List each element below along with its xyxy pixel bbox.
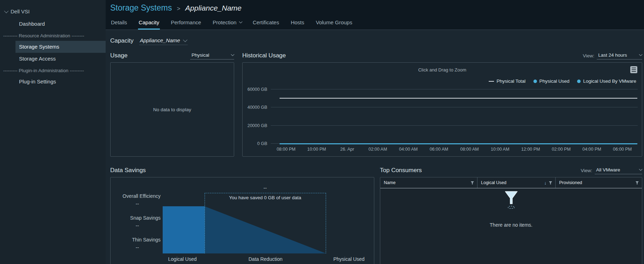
chevron-down-icon <box>239 20 242 23</box>
x-axis-tick-label: 10:00 PM <box>301 147 332 152</box>
gridline <box>271 125 638 126</box>
historical-view-value: Last 24 hours <box>598 52 627 58</box>
tab-capacity[interactable]: Capacity <box>138 17 160 30</box>
legend-logical-used-by-vmware[interactable]: Logical Used By VMware <box>577 78 636 84</box>
consumers-view-select[interactable]: All VMware <box>595 166 642 174</box>
app-root: Dell VSI Dashboard --------- Resource Ad… <box>0 0 644 264</box>
y-axis-tick-label: 0 GB <box>246 141 267 146</box>
breadcrumb-appliance-name: Appliance_Name <box>185 4 242 12</box>
legend-line-marker <box>489 81 494 82</box>
tab-volume-groups[interactable]: Volume Groups <box>315 17 353 30</box>
savings-highlight-text: You have saved 0 GB of user data <box>229 195 301 200</box>
tab-protection[interactable]: Protection <box>212 17 242 30</box>
legend-label: Logical Used By VMware <box>583 78 636 84</box>
usage-mode-select[interactable]: Physical <box>190 52 234 59</box>
chart-menu-icon[interactable] <box>630 66 637 73</box>
chevron-down-icon <box>4 9 9 13</box>
tab-capacity-label: Capacity <box>139 19 159 25</box>
breadcrumb-separator: > <box>177 5 180 12</box>
x-axis-tick-label: 06:00 PM <box>607 147 638 152</box>
tab-bar: Details Capacity Performance Protection … <box>110 17 644 30</box>
series-line-logical-used-by-vmware <box>280 143 637 144</box>
data-reduction-bracket <box>205 193 326 253</box>
sidebar-item-plugin-settings[interactable]: Plug-in Settings <box>0 76 106 88</box>
historical-usage-chart[interactable]: Click and Drag to Zoom Physical TotalPhy… <box>242 62 642 157</box>
savings-funnel-rect <box>163 206 205 253</box>
tab-details-label: Details <box>111 19 127 25</box>
column-provisioned-label: Provisioned <box>559 180 582 185</box>
funnel-empty-icon <box>503 190 519 210</box>
sidebar-item-dashboard[interactable]: Dashboard <box>0 18 106 30</box>
column-header-logical-used[interactable]: Logical Used ↓ <box>477 177 556 188</box>
legend-physical-total[interactable]: Physical Total <box>489 78 525 84</box>
filter-icon[interactable] <box>470 181 474 185</box>
legend-label: Physical Used <box>539 78 570 84</box>
x-axis-tick-label: 26. Apr <box>332 147 363 152</box>
tab-content: Capacity Appliance_Name Usage Physical <box>106 30 644 264</box>
sort-descending-icon[interactable]: ↓ <box>544 181 547 185</box>
historical-view-select[interactable]: Last 24 hours <box>597 52 642 59</box>
savings-label-physical-used: Physical Used <box>333 256 365 262</box>
sidebar-root-dell-vsi[interactable]: Dell VSI <box>0 0 106 18</box>
data-savings-title: Data Savings <box>110 167 146 174</box>
filter-icon[interactable] <box>549 181 552 185</box>
data-savings-panel: Overall Efficiency -- Snap Savings -- Th… <box>110 177 374 264</box>
usage-empty-text: No data to display <box>153 107 191 112</box>
column-header-name[interactable]: Name <box>380 177 477 188</box>
gridline <box>271 107 638 107</box>
y-axis-tick-label: 20000 GB <box>246 123 267 128</box>
tab-hosts-label: Hosts <box>291 19 304 25</box>
chart-zoom-hint: Click and Drag to Zoom <box>243 67 642 73</box>
series-line-physical-total <box>280 98 637 99</box>
tab-certificates[interactable]: Certificates <box>252 17 280 30</box>
legend-dot-marker <box>577 80 581 83</box>
column-header-provisioned[interactable]: Provisioned <box>556 177 642 188</box>
x-axis-tick-label: 06:00 AM <box>424 147 454 152</box>
sidebar: Dell VSI Dashboard --------- Resource Ad… <box>0 0 106 264</box>
historical-usage-title: Historical Usage <box>242 52 286 59</box>
chart-plot-area[interactable]: 0 GB20000 GB40000 GB60000 GB <box>246 87 638 144</box>
top-consumers-title: Top Consumers <box>380 167 422 174</box>
view-label: View: <box>581 168 592 173</box>
usage-mode-value: Physical <box>192 52 209 58</box>
sidebar-section-resource-administration: --------- Resource Administration ------… <box>0 30 106 41</box>
filter-icon[interactable] <box>635 181 639 185</box>
x-axis-tick-label: 02:00 AM <box>362 147 393 152</box>
x-axis-tick-label: 08:00 PM <box>271 147 301 152</box>
legend-physical-used[interactable]: Physical Used <box>533 78 570 84</box>
savings-label-data-reduction: Data Reduction <box>249 256 283 262</box>
tab-hosts[interactable]: Hosts <box>290 17 305 30</box>
chevron-down-icon <box>183 38 188 42</box>
breadcrumb-storage-systems[interactable]: Storage Systems <box>110 3 172 13</box>
breadcrumb: Storage Systems > Appliance_Name <box>110 0 644 13</box>
chevron-down-icon <box>231 52 235 56</box>
legend-dot-marker <box>533 80 537 83</box>
tab-certificates-label: Certificates <box>253 19 279 25</box>
sidebar-item-storage-access[interactable]: Storage Access <box>0 53 106 65</box>
view-label: View: <box>583 53 594 58</box>
metric-overall-efficiency-value: -- <box>114 201 161 207</box>
tab-details[interactable]: Details <box>110 17 128 30</box>
savings-label-logical-used: Logical Used <box>168 256 197 262</box>
tab-performance[interactable]: Performance <box>170 17 202 30</box>
column-name-label: Name <box>384 180 395 185</box>
chevron-down-icon <box>639 167 643 171</box>
tab-volume-groups-label: Volume Groups <box>316 19 352 25</box>
appliance-selector-value: Appliance_Name <box>140 37 180 43</box>
x-axis-tick-label: 02:00 PM <box>546 147 576 152</box>
data-savings-section: Data Savings Overall Efficiency -- Snap … <box>110 165 374 264</box>
metric-overall-efficiency-label: Overall Efficiency <box>114 193 161 199</box>
usage-title: Usage <box>110 52 127 59</box>
consumers-view-value: All VMware <box>596 167 620 172</box>
x-axis-tick-label: 04:00 PM <box>576 147 607 152</box>
top-consumers-table: Name Logical Used ↓ <box>380 177 642 264</box>
appliance-selector[interactable]: Appliance_Name <box>139 37 188 45</box>
x-axis-tick-label: 04:00 AM <box>393 147 424 152</box>
no-items-text: There are no items. <box>490 222 532 228</box>
gridline <box>271 89 638 89</box>
column-logical-used-label: Logical Used <box>481 180 506 185</box>
sidebar-item-storage-systems[interactable]: Storage Systems <box>15 41 106 53</box>
metric-snap-savings-label: Snap Savings <box>114 215 161 221</box>
capacity-section-title: Capacity <box>110 37 133 44</box>
x-axis-tick-label: 08:00 AM <box>454 147 485 152</box>
